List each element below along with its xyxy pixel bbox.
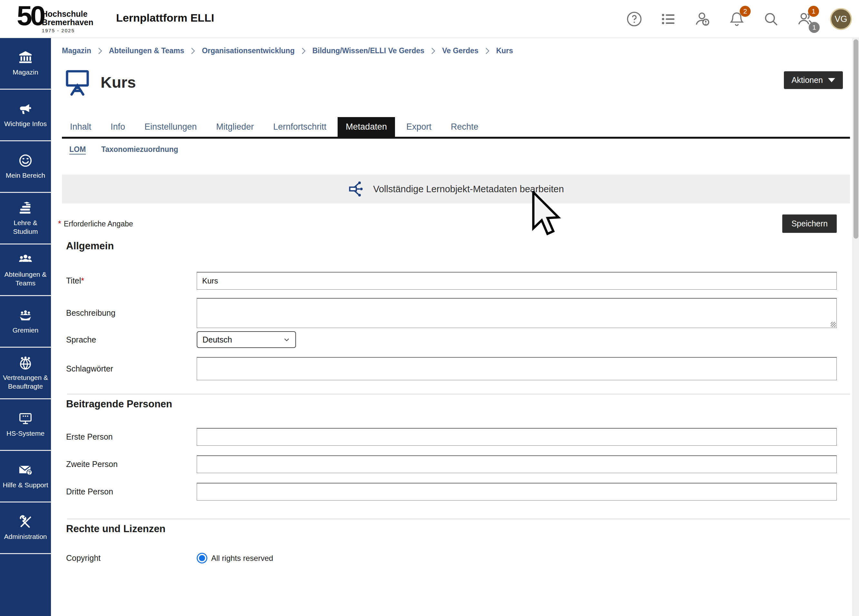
sidebar-filler [0, 554, 51, 616]
university-logo: 50 Hochschule Bremerhaven 1975 - 2025 [17, 3, 93, 33]
titel-input[interactable] [197, 272, 837, 289]
logo-name-line1: Hochschule [42, 9, 88, 19]
globe-people-icon [18, 355, 33, 370]
breadcrumb: Magazin Abteilungen & Teams Organisation… [62, 47, 853, 55]
scrollbar-thumb[interactable] [854, 39, 858, 239]
list-icon[interactable] [659, 10, 678, 28]
tab-rechte[interactable]: Rechte [443, 117, 487, 137]
form-row-erste-person: Erste Person [66, 428, 837, 446]
user-status-icon[interactable] [693, 10, 712, 28]
avatar[interactable]: VG [830, 8, 852, 30]
section-divider [67, 394, 850, 394]
breadcrumb-ve-gerdes[interactable]: Ve Gerdes [442, 47, 478, 55]
sidebar-item-vertretungen[interactable]: Vertretungen & Beauftragte [0, 348, 51, 399]
field-label-titel: Titel* [66, 276, 197, 285]
sidebar-label: Administration [4, 533, 47, 541]
help-icon[interactable] [625, 10, 643, 28]
required-hint: *Erforderliche Angabe [58, 219, 133, 228]
sidebar-label: Hilfe & Support [3, 481, 48, 489]
contacts-icon[interactable]: 1 1 [796, 10, 815, 28]
vertical-scrollbar[interactable] [853, 38, 859, 616]
subtabs: LOM Taxonomiezuordnung [69, 145, 853, 155]
form-row-copyright: Copyright All rights reserved [66, 553, 837, 563]
sidebar-item-hs-systeme[interactable]: HS-Systeme [0, 399, 51, 451]
sidebar-item-lehre-studium[interactable]: Lehre & Studium [0, 193, 51, 244]
chevron-right-icon [191, 47, 195, 55]
logo-years: 1975 - 2025 [42, 28, 94, 33]
section-heading-beitragende: Beitragende Personen [66, 398, 853, 410]
svg-text:?: ? [28, 470, 31, 475]
bell-icon[interactable]: 2 [728, 10, 746, 28]
breadcrumb-bildung-wissen[interactable]: Bildung/Wissen/ELLI Ve Gerdes [312, 47, 424, 55]
logo-name-line2: Bremerhaven [42, 18, 94, 27]
sprache-select[interactable]: Deutsch [197, 331, 296, 348]
field-label-copyright: Copyright [66, 553, 197, 563]
megaphone-icon [18, 102, 33, 116]
books-icon [18, 201, 33, 216]
bank-icon [18, 50, 33, 65]
sidebar-item-magazin[interactable]: Magazin [0, 38, 51, 90]
app-title: Lernplattform ELLI [116, 12, 214, 24]
chevron-right-icon [485, 47, 490, 55]
dritte-person-input[interactable] [197, 483, 837, 500]
main-sidebar: Magazin Wichtige Infos Mein Bereich Lehr… [0, 38, 51, 616]
tab-export[interactable]: Export [398, 117, 439, 137]
main-content: Magazin Abteilungen & Teams Organisation… [51, 38, 853, 616]
chevron-down-icon [283, 336, 290, 343]
monitor-icon [18, 411, 33, 426]
save-button[interactable]: Speichern [782, 214, 837, 233]
subtab-lom[interactable]: LOM [69, 145, 86, 155]
actions-button[interactable]: Aktionen [784, 71, 843, 89]
tab-lernfortschritt[interactable]: Lernfortschritt [265, 117, 334, 137]
tab-info[interactable]: Info [103, 117, 133, 137]
field-label-schlagwoerter: Schlagwörter [66, 364, 197, 374]
sidebar-item-wichtige-infos[interactable]: Wichtige Infos [0, 90, 51, 141]
sidebar-label: Mein Bereich [6, 171, 45, 180]
committee-icon [18, 308, 33, 323]
field-label-beschreibung: Beschreibung [66, 308, 197, 318]
resize-grip-icon[interactable] [831, 322, 836, 327]
edit-full-metadata-banner[interactable]: Vollständige Lernobjekt-Metadaten bearbe… [62, 175, 850, 203]
erste-person-input[interactable] [197, 428, 837, 446]
field-label-zweite-person: Zweite Person [66, 460, 197, 469]
copyright-radio[interactable] [198, 554, 206, 563]
breadcrumb-abteilungen-teams[interactable]: Abteilungen & Teams [109, 47, 184, 55]
breadcrumb-kurs[interactable]: Kurs [496, 47, 513, 55]
tab-inhalt[interactable]: Inhalt [62, 117, 99, 137]
tabs-bar: Inhalt Info Einstellungen Mitglieder Ler… [62, 117, 850, 139]
tab-einstellungen[interactable]: Einstellungen [136, 117, 205, 137]
sidebar-item-mein-bereich[interactable]: Mein Bereich [0, 141, 51, 193]
schlagwoerter-input[interactable] [197, 357, 837, 380]
sidebar-label: HS-Systeme [6, 429, 44, 438]
chevron-right-icon [301, 47, 306, 55]
subtab-taxonomiezuordnung[interactable]: Taxonomiezuordnung [101, 145, 178, 155]
sidebar-label: Vertretungen & Beauftragte [1, 374, 50, 391]
field-label-erste-person: Erste Person [66, 432, 197, 441]
chevron-right-icon [98, 47, 103, 55]
sidebar-item-abteilungen-teams[interactable]: Abteilungen & Teams [0, 244, 51, 296]
logo-50: 50 [17, 3, 44, 33]
caret-down-icon [828, 78, 835, 82]
beschreibung-textarea[interactable] [197, 298, 837, 328]
chevron-right-icon [431, 47, 436, 55]
sidebar-label: Wichtige Infos [4, 120, 47, 128]
sidebar-item-hilfe-support[interactable]: ? Hilfe & Support [0, 451, 51, 502]
form-row-dritte-person: Dritte Person [66, 483, 837, 500]
zweite-person-input[interactable] [197, 455, 837, 473]
group-icon [18, 252, 33, 267]
breadcrumb-magazin[interactable]: Magazin [62, 47, 91, 55]
breadcrumb-organisationsentwicklung[interactable]: Organisationsentwicklung [202, 47, 295, 55]
sidebar-item-gremien[interactable]: Gremien [0, 296, 51, 348]
field-label-sprache: Sprache [66, 335, 197, 344]
section-heading-rechte: Rechte und Lizenzen [66, 523, 853, 535]
tab-mitglieder[interactable]: Mitglieder [208, 117, 262, 137]
sidebar-item-administration[interactable]: Administration [0, 502, 51, 554]
form-header-row: *Erforderliche Angabe Speichern [51, 214, 853, 236]
form-row-zweite-person: Zweite Person [66, 455, 837, 473]
search-icon[interactable] [762, 10, 780, 28]
required-asterisk: * [81, 276, 84, 285]
app-header: 50 Hochschule Bremerhaven 1975 - 2025 Le… [0, 0, 859, 38]
page-title: Kurs [101, 73, 136, 91]
tab-metadaten[interactable]: Metadaten [337, 117, 395, 137]
share-hub-icon [348, 180, 365, 198]
